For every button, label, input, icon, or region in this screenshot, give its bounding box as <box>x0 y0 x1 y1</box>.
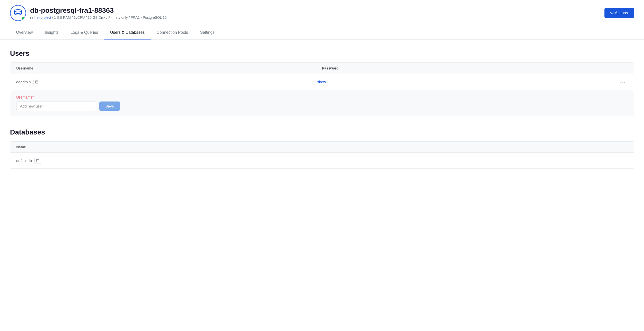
username-field-label: Username* <box>16 95 628 99</box>
password-header: Password <box>322 66 628 70</box>
tab-connection-pools[interactable]: Connection Pools <box>151 26 194 40</box>
tab-logs-queries[interactable]: Logs & Queries <box>65 26 104 40</box>
copy-username-button[interactable] <box>33 79 40 85</box>
project-label: in <box>30 16 33 20</box>
databases-table-header: Name <box>10 142 634 153</box>
db-name-cell: defaultdb <box>16 158 618 164</box>
project-link[interactable]: first-project <box>34 16 51 20</box>
tab-overview[interactable]: Overview <box>10 26 39 40</box>
password-cell: show <box>317 80 618 84</box>
table-row: defaultdb ··· <box>10 153 634 168</box>
page-header: db-postgresql-fra1-88363 in first-projec… <box>0 0 644 26</box>
main-content: Users Username Password doadmin show ··· <box>0 40 644 191</box>
users-table: Username Password doadmin show ··· <box>10 62 634 116</box>
databases-table: Name defaultdb ··· <box>10 141 634 169</box>
copy-dbname-button[interactable] <box>34 158 41 164</box>
actions-button[interactable]: Actions <box>604 8 634 18</box>
add-user-input[interactable] <box>16 101 96 111</box>
nav-tabs: Overview Insights Logs & Queries Users &… <box>0 26 644 40</box>
tab-users-databases[interactable]: Users & Databases <box>104 26 151 40</box>
database-icon <box>10 5 26 21</box>
db-info: db-postgresql-fra1-88363 in first-projec… <box>30 6 167 20</box>
chevron-down-icon <box>610 11 613 14</box>
db-more-button[interactable]: ··· <box>618 157 628 164</box>
add-user-form-row: Username* Save <box>10 90 634 116</box>
username-value: doadmin <box>16 80 31 84</box>
users-table-header: Username Password <box>10 63 634 74</box>
name-header: Name <box>16 145 628 149</box>
db-specs: in first-project / 1 GB RAM / 1vCPU / 10… <box>30 16 167 20</box>
show-password-link[interactable]: show <box>317 80 326 84</box>
databases-section-title: Databases <box>10 128 634 136</box>
tab-settings[interactable]: Settings <box>194 26 221 40</box>
status-indicator <box>22 16 25 20</box>
username-header: Username <box>16 66 322 70</box>
tab-insights[interactable]: Insights <box>39 26 65 40</box>
user-more-button[interactable]: ··· <box>618 78 628 86</box>
required-indicator: * <box>33 95 34 99</box>
svg-point-0 <box>15 10 22 12</box>
database-name-value: defaultdb <box>16 158 32 163</box>
specs-text: / 1 GB RAM / 1vCPU / 10 GB Disk / Primar… <box>52 16 167 20</box>
svg-rect-2 <box>37 160 39 162</box>
header-left: db-postgresql-fra1-88363 in first-projec… <box>10 5 167 21</box>
add-user-form: Save <box>16 101 628 111</box>
svg-rect-1 <box>36 81 38 83</box>
username-cell: doadmin <box>16 79 317 85</box>
db-name: db-postgresql-fra1-88363 <box>30 6 167 14</box>
users-section-title: Users <box>10 50 634 58</box>
save-user-button[interactable]: Save <box>99 102 120 111</box>
table-row: doadmin show ··· <box>10 74 634 90</box>
